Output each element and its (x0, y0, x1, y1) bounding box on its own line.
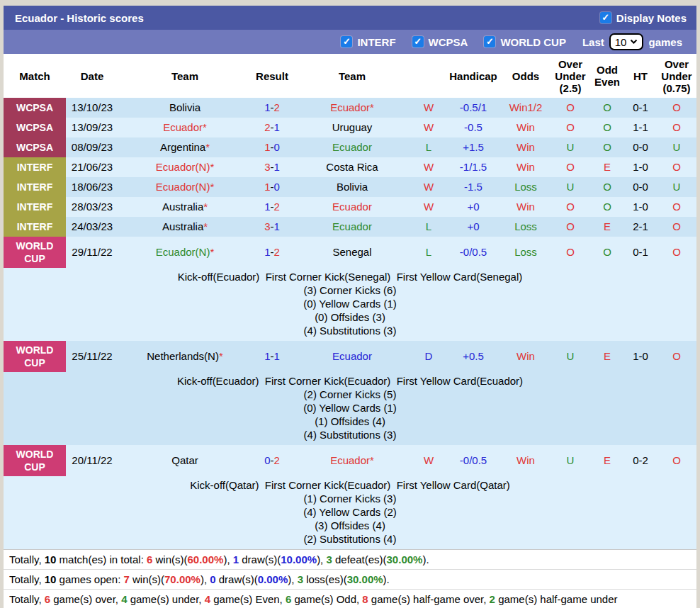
filter-bar: ✓ INTERF ✓ WCPSA ✓ WORLD CUP Last 10 gam… (4, 30, 696, 54)
notes-stat-line: (1) Corner Kicks (3) (4, 492, 696, 505)
half-time-score: 0-0 (624, 177, 657, 197)
col-outcome (412, 54, 446, 98)
world-cup-label: WORLD CUP (500, 36, 566, 48)
summary-segment: ). (383, 573, 390, 585)
filter-interf[interactable]: ✓ INTERF (341, 36, 395, 48)
match-date: 18/06/23 (66, 177, 118, 197)
summary-segment: 6 (147, 553, 152, 565)
home-team: Ecuador(N)* (118, 177, 252, 197)
match-notes-row: Kick-off(Ecuador) First Corner Kick(Sene… (4, 268, 696, 341)
score: 1-0 (252, 137, 293, 157)
notes-stat-line: (0) Yellow Cards (1) (4, 401, 696, 415)
away-team: Uruguay (293, 118, 412, 137)
summary-segment: game(s) half-game over, (368, 593, 490, 605)
competition-label: WORLD CUP (4, 237, 66, 268)
col-team-home: Team (118, 54, 252, 98)
half-time-score: 2-1 (624, 217, 657, 237)
col-date: Date (66, 54, 118, 98)
summary-segment: match(es) in total: (56, 553, 147, 565)
summary-segment: game(s) half-game under (495, 593, 618, 605)
over-under-25-result: U (551, 177, 590, 197)
summary-segment: 8 (362, 593, 368, 605)
away-team: Ecuador* (293, 445, 412, 476)
summary-segment: 2 (490, 593, 495, 605)
over-under-075-result: O (657, 118, 696, 137)
odd-even-result: O (590, 197, 624, 217)
outcome-letter: L (412, 217, 446, 237)
over-under-075-result: O (657, 237, 696, 268)
filter-wcpsa[interactable]: ✓ WCPSA (412, 36, 468, 48)
half-time-score: 1-1 (624, 118, 657, 137)
match-row: WORLD CUP 25/11/22 Netherlands(N)* 1-1 E… (4, 341, 696, 372)
title-bar: Ecuador - Historic scores ✓ Display Note… (4, 6, 696, 30)
match-row: WORLD CUP 29/11/22 Ecuador(N)* 1-2 Seneg… (4, 237, 696, 268)
summary-segment: draw(s)( (216, 573, 258, 585)
score: 1-2 (252, 237, 293, 268)
over-under-075-result: U (657, 177, 696, 197)
competition-label: INTERF (4, 157, 66, 177)
over-under-25-result: O (551, 118, 590, 137)
games-label: games (648, 36, 682, 48)
interf-label: INTERF (357, 36, 395, 48)
match-date: 13/10/23 (66, 98, 118, 118)
odds-result: Win (501, 137, 551, 157)
col-over-under-25: Over Under (2.5) (551, 54, 590, 98)
odds-result: Win (501, 118, 551, 137)
display-notes-checkbox[interactable]: ✓ (600, 12, 611, 23)
over-under-075-result: O (657, 197, 696, 217)
odds-result: Loss (501, 217, 551, 237)
over-under-25-result: O (551, 237, 590, 268)
over-under-075-result: U (657, 137, 696, 157)
competition-label: WCPSA (4, 98, 66, 118)
notes-stat-line: (2) Substitutions (4) (4, 532, 696, 546)
notes-stat-line: (0) Yellow Cards (1) (4, 297, 696, 310)
away-team: Ecuador (293, 197, 412, 217)
home-team: Ecuador* (118, 118, 252, 137)
match-notes-row: Kick-off(Qatar) First Corner Kick(Ecuado… (4, 476, 696, 549)
world-cup-checkbox[interactable]: ✓ (484, 36, 495, 47)
odd-even-result: E (590, 157, 624, 177)
interf-checkbox[interactable]: ✓ (341, 36, 352, 47)
summary-segment: game(s) Even, (210, 593, 286, 605)
summary-segment: Totally, (9, 553, 45, 565)
summary-segment: 60.00% (188, 553, 224, 565)
odd-even-result: O (590, 98, 624, 118)
outcome-letter: W (412, 445, 446, 476)
summary-line: Totally, 10 match(es) in total: 6 win(s)… (4, 549, 696, 569)
handicap-value: +1.5 (446, 137, 501, 157)
last-games-select[interactable]: 10 (609, 33, 644, 50)
half-time-score: 0-1 (624, 98, 657, 118)
notes-headline: Kick-off(Ecuador) First Corner Kick(Ecua… (4, 374, 696, 388)
summary-segment: Totally, (9, 593, 45, 605)
score: 1-1 (252, 341, 293, 372)
table-header: Match Date Team Result Team Handicap Odd… (4, 54, 696, 98)
match-row: INTERF 24/03/23 Australia* 3-1 Ecuador L… (4, 217, 696, 237)
home-team: Argentina* (118, 137, 252, 157)
over-under-075-result: O (657, 445, 696, 476)
historic-scores-table: Match Date Team Result Team Handicap Odd… (4, 54, 696, 549)
notes-stat-line: (4) Yellow Cards (2) (4, 505, 696, 519)
wcpsa-checkbox[interactable]: ✓ (412, 36, 424, 47)
odd-even-result: E (590, 217, 624, 237)
match-notes: Kick-off(Ecuador) First Corner Kick(Sene… (4, 268, 696, 341)
handicap-value: -0.5 (446, 118, 501, 137)
handicap-value: +0.5 (446, 341, 501, 372)
col-odds: Odds (501, 54, 551, 98)
outcome-letter: W (412, 177, 446, 197)
over-under-25-result: O (551, 157, 590, 177)
handicap-value: -1.5 (446, 177, 501, 197)
filter-world-cup[interactable]: ✓ WORLD CUP (484, 36, 566, 48)
away-team: Senegal (293, 237, 412, 268)
match-notes-row: Kick-off(Ecuador) First Corner Kick(Ecua… (4, 372, 696, 445)
summary-segment: game(s) under, (127, 593, 204, 605)
notes-stat-line: (2) Corner Kicks (5) (4, 388, 696, 401)
notes-stat-line: (3) Corner Kicks (6) (4, 283, 696, 297)
summary-segment: draw(s)( (239, 553, 281, 565)
over-under-075-result: O (657, 98, 696, 118)
away-team: Ecuador* (293, 98, 412, 118)
summary-segment: 7 (124, 573, 130, 585)
outcome-letter: L (412, 237, 446, 268)
notes-stat-line: (0) Offsides (3) (4, 310, 696, 324)
over-under-075-result: O (657, 217, 696, 237)
display-notes-toggle[interactable]: ✓ Display Notes (600, 12, 687, 24)
